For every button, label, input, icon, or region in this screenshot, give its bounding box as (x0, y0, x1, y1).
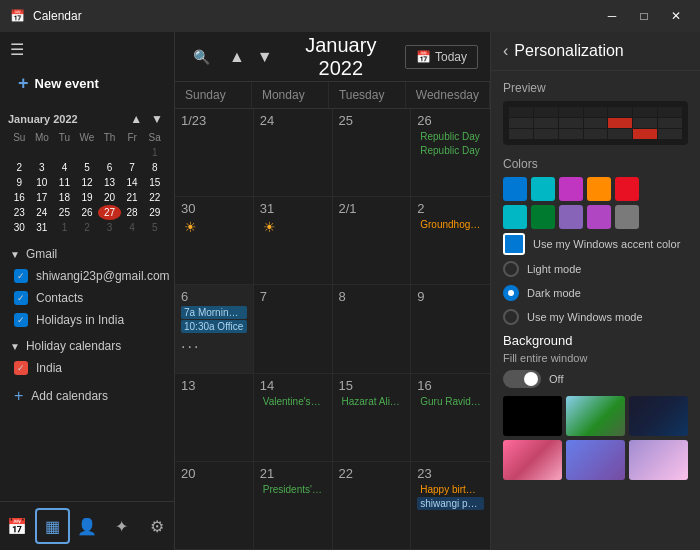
mini-next-button[interactable]: ▼ (148, 112, 166, 126)
bg-thumb-abstract1[interactable] (629, 396, 688, 436)
shiwangi-event[interactable]: shiwangi pesw... (417, 497, 484, 510)
birthday-event[interactable]: Happy birthday... (417, 483, 484, 496)
maximize-button[interactable]: □ (630, 6, 658, 26)
cal-cell-feb9[interactable]: 9 (411, 285, 490, 372)
mini-cell[interactable]: 5 (143, 220, 166, 235)
color-purple[interactable] (559, 205, 583, 229)
bottom-grid-icon[interactable]: ▦ (35, 508, 70, 544)
bg-thumb-blur[interactable] (629, 440, 688, 480)
mini-cell[interactable]: 11 (53, 175, 76, 190)
mini-cell[interactable]: 13 (98, 175, 121, 190)
groundhog-day-event[interactable]: Groundhog Day (417, 218, 484, 231)
bottom-link-icon[interactable]: ✦ (104, 508, 139, 544)
mini-cell[interactable]: 18 (53, 190, 76, 205)
cal-cell-jan30[interactable]: 30 ☀ (175, 197, 254, 284)
more-events-dots[interactable]: ... (181, 334, 247, 352)
mini-cell[interactable]: 26 (76, 205, 99, 220)
search-icon[interactable]: 🔍 (187, 43, 215, 71)
cal-cell-feb8[interactable]: 8 (333, 285, 412, 372)
color-green[interactable] (531, 205, 555, 229)
mini-cell[interactable] (31, 145, 54, 160)
republic-day-event-2[interactable]: Republic Day (417, 144, 484, 157)
cal-cell-feb2[interactable]: 2 Groundhog Day (411, 197, 490, 284)
panel-back-button[interactable]: ‹ (503, 42, 508, 60)
mini-cell[interactable]: 4 (121, 220, 144, 235)
mini-cell[interactable]: 31 (31, 220, 54, 235)
color-teal2[interactable] (503, 205, 527, 229)
mini-cell[interactable]: 6 (98, 160, 121, 175)
bg-thumb-black[interactable] (503, 396, 562, 436)
cal-cell-feb1[interactable]: 2/1 (333, 197, 412, 284)
mini-cell[interactable]: 12 (76, 175, 99, 190)
contacts-checkbox[interactable]: ✓ (14, 291, 28, 305)
dark-mode-radio[interactable] (503, 285, 519, 301)
valentines-event[interactable]: Valentine's Day (260, 395, 326, 408)
dark-mode-option[interactable]: Dark mode (503, 285, 688, 301)
mini-cell[interactable]: 24 (31, 205, 54, 220)
mini-cell[interactable] (76, 145, 99, 160)
fill-window-toggle[interactable] (503, 370, 541, 388)
cal-next-button[interactable]: ▼ (253, 44, 277, 70)
cal-cell-jan24[interactable]: 24 (254, 109, 333, 196)
minimize-button[interactable]: ─ (598, 6, 626, 26)
mini-cell[interactable]: 30 (8, 220, 31, 235)
color-teal[interactable] (531, 177, 555, 201)
morning-event[interactable]: 7a Morning W... (181, 306, 247, 319)
mini-cell[interactable]: 15 (143, 175, 166, 190)
mini-cell[interactable] (98, 145, 121, 160)
mini-prev-button[interactable]: ▲ (127, 112, 145, 126)
gmail-section-header[interactable]: ▼ Gmail (0, 243, 174, 265)
new-event-button[interactable]: + New event (10, 67, 164, 100)
email-checkbox[interactable]: ✓ (14, 269, 28, 283)
mini-cell[interactable]: 19 (76, 190, 99, 205)
mini-cell[interactable]: 17 (31, 190, 54, 205)
mini-cell[interactable] (8, 145, 31, 160)
cal-cell-jan26[interactable]: 26 Republic Day Republic Day (411, 109, 490, 196)
mini-cell[interactable]: 22 (143, 190, 166, 205)
cal-cell-feb14[interactable]: 14 Valentine's Day (254, 374, 333, 461)
cal-cell-feb21[interactable]: 21 Presidents' Day (254, 462, 333, 549)
mini-cell[interactable]: 5 (76, 160, 99, 175)
windows-mode-radio[interactable] (503, 309, 519, 325)
mini-cell[interactable]: 20 (98, 190, 121, 205)
mini-cell[interactable]: 8 (143, 160, 166, 175)
republic-day-event-1[interactable]: Republic Day (417, 130, 484, 143)
india-checkbox[interactable]: ✓ (14, 361, 28, 375)
mini-cell[interactable]: 29 (143, 205, 166, 220)
mini-cell[interactable]: 3 (98, 220, 121, 235)
color-violet[interactable] (587, 205, 611, 229)
mini-cell[interactable]: 3 (31, 160, 54, 175)
cal-cell-feb23[interactable]: 23 Happy birthday... shiwangi pesw... (411, 462, 490, 549)
light-mode-radio[interactable] (503, 261, 519, 277)
mini-cell[interactable]: 9 (8, 175, 31, 190)
cal-cell-jan25[interactable]: 25 (333, 109, 412, 196)
cal-cell-feb20[interactable]: 20 (175, 462, 254, 549)
cal-cell-feb16[interactable]: 16 Guru Ravidas J... (411, 374, 490, 461)
mini-cell[interactable]: 2 (76, 220, 99, 235)
sidebar-item-holidays-india[interactable]: ✓ Holidays in India (0, 309, 174, 331)
cal-cell-feb7[interactable]: 7 (254, 285, 333, 372)
presidents-day-event[interactable]: Presidents' Day (260, 483, 326, 496)
today-button[interactable]: 📅 Today (405, 45, 478, 69)
cal-cell-feb15[interactable]: 15 Hazarat Ali's Bi (333, 374, 412, 461)
bottom-people-icon[interactable]: 👤 (70, 508, 105, 544)
add-calendars-item[interactable]: + Add calendars (0, 383, 174, 409)
holidays-india-checkbox[interactable]: ✓ (14, 313, 28, 327)
cal-cell-feb22[interactable]: 22 (333, 462, 412, 549)
mini-cell[interactable]: 21 (121, 190, 144, 205)
mini-cell[interactable]: 1 (53, 220, 76, 235)
hamburger-icon[interactable]: ☰ (10, 40, 164, 59)
mini-cell[interactable]: 2 (8, 160, 31, 175)
office-event[interactable]: 10:30a Office (181, 320, 247, 333)
hazarat-event[interactable]: Hazarat Ali's Bi (339, 395, 405, 408)
bg-thumb-pink[interactable] (503, 440, 562, 480)
color-pink[interactable] (559, 177, 583, 201)
mini-cell[interactable]: 16 (8, 190, 31, 205)
cal-cell-feb13[interactable]: 13 (175, 374, 254, 461)
mini-cell[interactable]: 10 (31, 175, 54, 190)
color-blue[interactable] (503, 177, 527, 201)
mini-cell[interactable]: 14 (121, 175, 144, 190)
color-red[interactable] (615, 177, 639, 201)
sidebar-item-india[interactable]: ✓ India (0, 357, 174, 379)
mini-cell[interactable]: 23 (8, 205, 31, 220)
